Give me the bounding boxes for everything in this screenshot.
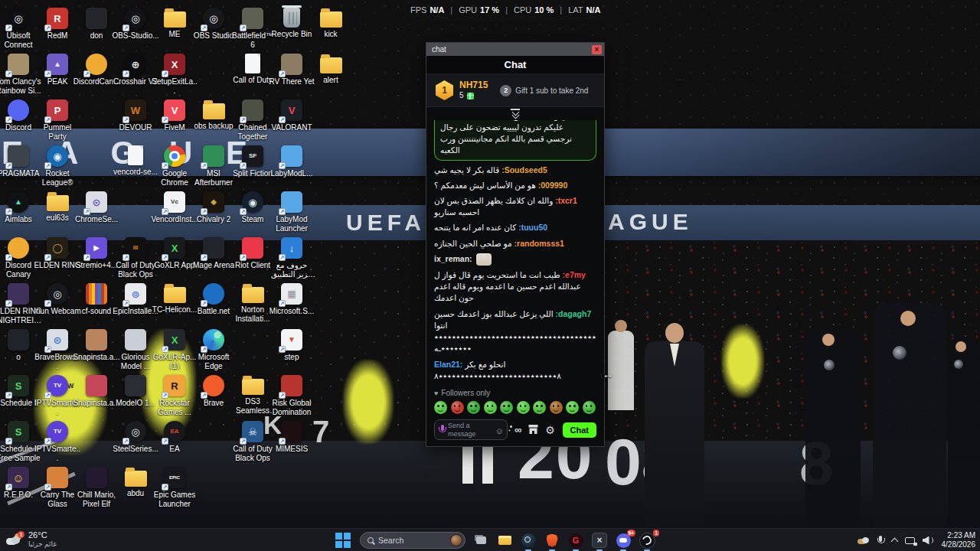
chat-window-titlebar[interactable]: chat (426, 43, 604, 56)
emoji-smiley-icon[interactable] (495, 423, 504, 437)
desktop-icon-obs-studio[interactable]: ◎↗OBS Studio (195, 8, 232, 41)
desktop-icon-brave[interactable]: ↗Brave (195, 375, 232, 408)
desktop-icon-tc-helicon[interactable]: TC-Helicon... (156, 283, 193, 315)
desktop-icon-pummel-party[interactable]: P↗Pummel Party (39, 99, 76, 141)
grin-emote[interactable] (533, 401, 546, 414)
desktop-icon-aimlabs[interactable]: ▲↗Aimlabs (0, 191, 37, 224)
message-input[interactable]: Send a message (434, 419, 508, 440)
chevron-up-icon[interactable] (890, 538, 898, 546)
desktop-icon-pragmata[interactable]: ↗PRAGMATA (0, 145, 37, 178)
desktop-icon-alert[interactable]: alert (312, 54, 349, 85)
taskbar-g-app-icon[interactable] (567, 531, 585, 549)
desktop-icon-kick[interactable]: kick (312, 8, 349, 39)
taskbar-discord-icon[interactable]: 9+ (614, 531, 632, 549)
monkey-emote[interactable] (550, 401, 563, 414)
taskbar-goxlr-icon[interactable] (590, 531, 609, 549)
desktop-icon-battle-net[interactable]: ↗Battle.net (195, 283, 232, 316)
desktop-icon-rocket-league[interactable]: ◉↗Rocket League® (39, 145, 76, 187)
desktop-icon-mage-arena[interactable]: ↗Mage Arena (195, 237, 232, 270)
chat-username[interactable]: Elan21: (434, 360, 462, 369)
taskbar-brave-icon[interactable] (543, 531, 561, 549)
chat-username[interactable]: dagagh7: (556, 309, 592, 318)
chat-username[interactable]: Soudseed5: (501, 165, 547, 174)
chat-username[interactable]: 009990: (538, 181, 568, 190)
taskbar-weather-widget[interactable]: 1 26°C غائم جزئيا (6, 530, 57, 548)
desktop-icon-me[interactable]: ME (156, 8, 193, 39)
desktop-icon-devour[interactable]: W↗DEVOUR (117, 99, 154, 132)
desktop-icon-modelo-1[interactable]: ModelO 1... (117, 375, 154, 408)
taskbar[interactable]: 1 26°C غائم جزئيا Search 9+1 2:23 AM 4/2… (0, 528, 980, 551)
desktop-icon-setupexitla[interactable]: X↗SetupExitLa... (156, 54, 193, 95)
taskbar-file-explorer-icon[interactable] (495, 531, 514, 549)
cool-emote[interactable] (583, 401, 596, 414)
desktop-icon-epic-games-launcher[interactable]: EPIC↗Epic Games Launcher (156, 467, 193, 508)
desktop-icon-step[interactable]: ▼↗step (273, 329, 310, 362)
desktop-icon-fivem[interactable]: V↗FiveM (156, 99, 193, 132)
tray-clock[interactable]: 2:23 AM 4/28/2026 (942, 531, 976, 550)
taskbar-obs-icon[interactable]: 1 (638, 531, 656, 549)
network-icon[interactable] (905, 537, 915, 544)
shy-emote[interactable] (500, 401, 513, 414)
desktop-icon-steam[interactable]: ◉↗Steam (234, 191, 271, 224)
desktop-icon-elden-ring-nightreign[interactable]: ↗ELDEN RING NIGHTREIGN (0, 283, 37, 324)
desktop-icon-item[interactable]: ↓↗حروف مع عزيز التطبيق الر... (273, 237, 310, 279)
desktop-icon-risk-global-domination[interactable]: ↗Risk Global Domination (273, 375, 310, 416)
desktop-icon-schedule-i[interactable]: S↗Schedule I (0, 375, 37, 408)
desktop-icon-rv-there-yet[interactable]: ↗RV There Yet (273, 54, 310, 86)
chat-username[interactable]: txcr1: (555, 196, 577, 205)
desktop-icon-goxlr-ap-1[interactable]: X↗GoXLR-Ap... (1) (156, 329, 193, 370)
desktop-icon-riot-client[interactable]: ↗Riot Client (234, 237, 271, 270)
leaderboard-username[interactable]: NH715 (459, 80, 488, 91)
desktop-icon-valorant[interactable]: V↗VALORANT (273, 99, 310, 132)
desktop-icon-call-of-duty[interactable]: Call of Duty (234, 54, 271, 85)
desktop-icon-google-chrome[interactable]: ↗Google Chrome (156, 145, 193, 187)
chat-username[interactable]: e7my: (563, 270, 586, 279)
desktop-icon-goxlr-app[interactable]: X↗GoXLR App (156, 237, 193, 270)
desktop-icon-iptvsmarte[interactable]: TV↗IPTVSmarte... (39, 375, 76, 416)
chat-username[interactable]: ix_reman: (434, 254, 472, 263)
shop-icon[interactable] (528, 423, 538, 437)
chat-send-button[interactable]: Chat (563, 422, 596, 438)
rage-emote[interactable] (451, 401, 464, 414)
clown-emote[interactable] (467, 401, 480, 414)
desktop-icon-discordcan[interactable]: ↗DiscordCan... (78, 54, 115, 86)
desktop-icon-don[interactable]: don (78, 8, 115, 41)
desktop-icon-o[interactable]: o (0, 329, 37, 362)
chat-username[interactable]: tuuu50: (518, 223, 547, 232)
desktop-icon-microsoft-edge[interactable]: ↗Microsoft Edge (195, 329, 232, 370)
emote-quick-row[interactable] (434, 401, 596, 414)
dots-infinity-icon[interactable] (514, 425, 521, 435)
taskbar-task-view-icon[interactable] (472, 531, 490, 549)
desktop-icon-rockstar-games[interactable]: R↗Rockstar Games ... (156, 375, 193, 416)
desktop-icon-r-e-p-o[interactable]: ☺↗R.E.P.O. (0, 467, 37, 500)
desktop-icon-eul63s[interactable]: eul63s (39, 191, 76, 223)
desktop-icon-snapinsta-a[interactable]: Snapinsta.a... (78, 329, 115, 362)
desktop-icon-crosshair-v2[interactable]: ⊕↗Crosshair V2 (117, 54, 154, 86)
desktop-icon-snapinsta-a[interactable]: Snapinsta.a... (78, 375, 115, 408)
desktop-icon-obs-backup[interactable]: obs backup (195, 99, 232, 131)
close-icon[interactable] (592, 45, 602, 54)
desktop-icon-obs-studio[interactable]: ◎↗OBS-Studio... (117, 8, 154, 41)
desktop-icon-iriun-webcam[interactable]: ◎↗Iriun Webcam (39, 283, 76, 316)
desktop-icon-msi-afterburner[interactable]: ↗MSI Afterburner (195, 145, 232, 187)
desktop-icon-labymod-launcher[interactable]: ↗LabyMod Launcher (273, 191, 310, 233)
desktop-icon-epicinstalle[interactable]: ⊚↗EpicInstalle... (117, 283, 154, 316)
desktop-icon-elden-ring[interactable]: ◯↗ELDEN RING (39, 237, 76, 270)
desktop-icon-discord-canary[interactable]: ↗Discord Canary (0, 237, 37, 279)
desktop-icon-steelseries[interactable]: ◎↗SteelSeries... (117, 421, 154, 454)
desktop-icon-glorious-model[interactable]: Glorious Model ... (117, 329, 154, 370)
desktop-icon-tom-clancy-s-rainbow-si[interactable]: ↗Tom Clancy's Rainbow Si... (0, 54, 37, 95)
desktop-icon-abdu[interactable]: abdu (117, 467, 154, 498)
taskbar-steam-icon[interactable] (519, 531, 537, 549)
microphone-icon[interactable] (439, 425, 445, 435)
desktop-icon-chained-together[interactable]: ↗Chained Together (234, 99, 271, 141)
desktop-icon-vencordinst[interactable]: Vc↗VencordInst... (156, 191, 193, 224)
desktop-icon-ea[interactable]: EA↗EA (156, 421, 193, 454)
desktop-icon-labymodl[interactable]: ↗LabyModL... (273, 145, 310, 178)
desktop-icon-redm[interactable]: R↗RedM (39, 8, 76, 41)
tray-microphone-icon[interactable] (877, 536, 884, 546)
desktop-icon-cf-sound[interactable]: cf-sound (78, 283, 115, 316)
start-button[interactable] (335, 533, 351, 548)
desktop-icon-chivalry-2[interactable]: ◆↗Chivalry 2 (195, 191, 232, 224)
desktop-icon-call-of-duty-black-ops[interactable]: III↗Call of Duty Black Ops (117, 237, 154, 279)
